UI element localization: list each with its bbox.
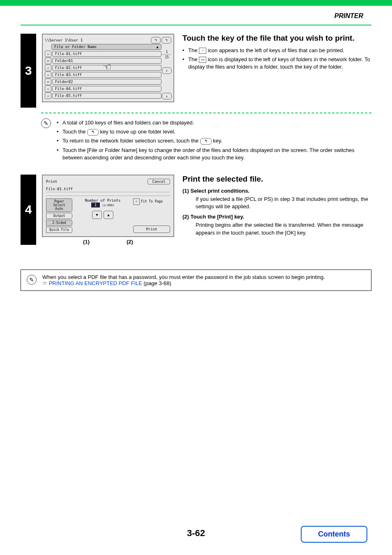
step3-title: Touch the key of the file that you wish …: [182, 34, 371, 43]
header-title: PRINTER: [334, 12, 363, 19]
file-inline-icon: ▫: [199, 48, 206, 54]
file-icon: ▫: [45, 92, 51, 99]
dashed-separator: [41, 113, 371, 113]
sort-header[interactable]: File or Folder Name▲: [51, 44, 161, 50]
fit-to-page-checkbox[interactable]: ✓: [133, 198, 140, 205]
file-icon: ▫: [45, 64, 51, 71]
note-1: A total of 100 keys of files and folders…: [57, 119, 371, 127]
print-panel: Print Cancel File-01.tiff Paper SelectAu…: [42, 175, 174, 237]
file-item[interactable]: File-05.tiff: [52, 93, 161, 99]
up-network-icon[interactable]: ↰: [161, 37, 171, 44]
fit-to-page-label: Fit To Page: [141, 200, 163, 203]
folder-inline-icon: ▭: [199, 57, 206, 63]
step3-bullet-1: The ▫ icon appears to the left of keys o…: [182, 47, 371, 54]
file-icon: ▫: [45, 85, 51, 92]
file-item[interactable]: File-01.tiff: [52, 51, 161, 57]
note-2: Touch the ↰ key to move up one folder le…: [57, 128, 371, 136]
prints-range: (1~999): [102, 204, 115, 207]
pointer-hand-icon: ☜: [103, 61, 112, 73]
folder-icon: ▭: [45, 78, 51, 85]
path-label: \\Server 1\User 1: [45, 38, 150, 42]
step4-title: Print the selected file.: [182, 175, 371, 184]
scroll-up-icon[interactable]: ↑: [162, 67, 172, 74]
file-item[interactable]: File-04.tiff: [52, 86, 161, 92]
quick-file-tab[interactable]: Quick File: [46, 227, 72, 233]
prints-value[interactable]: 1: [91, 203, 100, 207]
up-key-icon: ↰: [87, 129, 99, 136]
contents-button[interactable]: Contents: [301, 526, 367, 543]
print-title: Print: [46, 180, 57, 184]
top-highlight: [0, 0, 392, 6]
cancel-button[interactable]: Cancel: [148, 179, 170, 184]
sort-arrow-icon: ▲: [157, 45, 159, 49]
step3-bullet-2: The ▭ icon is displayed to the left of k…: [182, 56, 371, 71]
print-button[interactable]: Print: [133, 226, 170, 233]
step-number-4: 4: [21, 175, 36, 245]
step-number-3: 3: [21, 34, 36, 108]
encrypted-pdf-link[interactable]: PRINTING AN ENCRYPTED PDF FILE: [49, 280, 142, 286]
selected-file: File-01.tiff: [46, 186, 170, 192]
output-tab[interactable]: Output: [46, 213, 72, 219]
decrement-button[interactable]: ▼: [92, 211, 102, 219]
page-indicator: 115: [162, 50, 171, 59]
sub2-label: (2) Touch the [Print] key.: [182, 214, 371, 220]
two-sided-tab[interactable]: 2-Sided: [46, 220, 72, 226]
note-3: To return to the network folder selectio…: [57, 137, 371, 145]
paper-select-tab[interactable]: Paper SelectAuto: [46, 198, 72, 212]
note-pencil-icon: ✎: [27, 275, 37, 285]
scroll-down-icon[interactable]: ↓: [162, 93, 172, 99]
note-4: Touch the [File or Folder Name] key to c…: [57, 147, 371, 161]
callout-1: (1): [83, 239, 90, 245]
note-pencil-icon: ✎: [41, 118, 51, 128]
sub1-text: If you selected a file (PCL or PS) in st…: [196, 196, 371, 210]
callout-2: (2): [127, 239, 133, 245]
increment-button[interactable]: ▲: [104, 211, 113, 219]
file-item[interactable]: File-03.tiff: [52, 72, 161, 78]
number-of-prints-label: Number of Prints: [76, 198, 130, 203]
sub2-text: Printing begins after the selected file …: [196, 221, 371, 236]
encrypted-pdf-note: ✎ When you select a PDF file that has a …: [21, 269, 371, 291]
folder-item[interactable]: Folder02: [52, 79, 161, 85]
header-rule: [21, 25, 371, 25]
file-icon: ▫: [45, 51, 51, 57]
network-key-icon: ↰: [200, 138, 212, 145]
sub1-label: (1) Select print conditions.: [182, 188, 371, 194]
folder-icon: ▭: [45, 58, 51, 64]
up-folder-icon[interactable]: ↰: [151, 37, 161, 44]
file-icon: ▫: [45, 71, 51, 78]
